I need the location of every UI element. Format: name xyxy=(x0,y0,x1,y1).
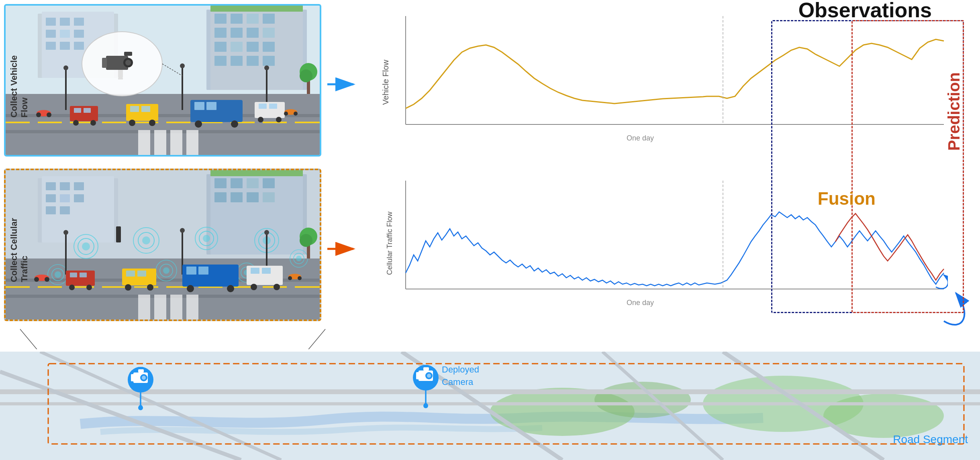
svg-point-189 xyxy=(34,277,39,282)
svg-rect-11 xyxy=(60,18,70,26)
svg-rect-180 xyxy=(262,268,271,274)
svg-rect-27 xyxy=(231,28,243,38)
svg-point-186 xyxy=(69,285,75,290)
svg-point-77 xyxy=(90,120,96,126)
svg-rect-169 xyxy=(186,267,196,275)
svg-point-177 xyxy=(147,284,153,291)
svg-point-193 xyxy=(298,276,302,280)
svg-rect-230 xyxy=(138,369,144,372)
svg-rect-26 xyxy=(214,28,227,38)
svg-rect-107 xyxy=(74,194,84,202)
svg-rect-128 xyxy=(134,286,158,288)
one-day-label-bottom: One day xyxy=(627,299,654,307)
svg-rect-18 xyxy=(74,42,84,50)
svg-rect-17 xyxy=(60,42,70,50)
svg-point-240 xyxy=(423,403,428,408)
svg-rect-106 xyxy=(60,194,70,202)
cellular-scene-svg xyxy=(6,170,321,321)
svg-rect-41 xyxy=(6,122,30,123)
svg-rect-119 xyxy=(247,192,259,202)
svg-point-81 xyxy=(258,117,263,122)
svg-rect-49 xyxy=(263,122,287,123)
svg-rect-52 xyxy=(154,130,166,157)
vehicle-flow-chart: Vehicle Flow One day xyxy=(361,8,956,157)
svg-point-76 xyxy=(73,120,79,126)
svg-point-196 xyxy=(300,234,312,247)
svg-rect-174 xyxy=(126,271,135,277)
svg-rect-118 xyxy=(231,192,243,202)
svg-rect-10 xyxy=(46,18,56,26)
svg-rect-113 xyxy=(214,178,227,188)
svg-rect-94 xyxy=(102,58,107,68)
svg-rect-137 xyxy=(186,295,198,321)
svg-point-232 xyxy=(138,405,143,410)
svg-rect-227 xyxy=(131,374,135,381)
svg-rect-135 xyxy=(154,295,166,321)
svg-rect-105 xyxy=(46,194,56,202)
svg-rect-32 xyxy=(247,42,259,52)
svg-point-60 xyxy=(264,65,269,70)
svg-rect-104 xyxy=(74,182,84,190)
svg-rect-134 xyxy=(138,295,150,321)
svg-point-172 xyxy=(227,285,234,292)
svg-rect-108 xyxy=(46,206,56,214)
prediction-label: Prediction xyxy=(945,72,963,151)
map-svg: 📷 📷 xyxy=(0,352,980,460)
svg-rect-46 xyxy=(166,122,190,123)
svg-point-237 xyxy=(427,374,431,378)
svg-rect-235 xyxy=(416,372,420,379)
svg-point-192 xyxy=(288,276,292,280)
svg-rect-28 xyxy=(247,28,259,38)
svg-rect-125 xyxy=(38,286,62,288)
svg-rect-37 xyxy=(263,56,275,66)
svg-rect-70 xyxy=(141,106,150,112)
svg-point-56 xyxy=(63,65,68,70)
svg-point-176 xyxy=(125,284,131,291)
one-day-label-top: One day xyxy=(627,134,654,142)
svg-rect-31 xyxy=(231,42,243,52)
svg-rect-179 xyxy=(251,268,259,274)
svg-rect-103 xyxy=(60,182,70,190)
svg-point-155 xyxy=(163,267,169,274)
svg-rect-97 xyxy=(124,52,132,56)
svg-point-91 xyxy=(300,69,312,82)
svg-rect-79 xyxy=(259,104,267,109)
svg-point-87 xyxy=(284,112,288,116)
svg-point-71 xyxy=(129,120,135,126)
svg-rect-112 xyxy=(210,170,303,176)
svg-rect-136 xyxy=(170,295,182,321)
svg-point-187 xyxy=(86,285,92,290)
svg-rect-51 xyxy=(138,130,150,157)
svg-rect-64 xyxy=(194,102,204,110)
svg-rect-115 xyxy=(247,178,259,188)
svg-rect-65 xyxy=(206,102,216,110)
collect-cellular-label: Collect Cellular Traffic xyxy=(9,208,30,282)
deployed-camera-label: DeployedCamera xyxy=(442,364,479,389)
svg-rect-22 xyxy=(214,14,227,24)
svg-point-72 xyxy=(149,120,155,126)
svg-rect-23 xyxy=(231,14,243,24)
svg-rect-238 xyxy=(423,367,429,370)
svg-rect-42 xyxy=(38,122,62,123)
scene-vehicle: Collect Vehicle Flow xyxy=(4,4,321,157)
vehicle-flow-y-label: Vehicle Flow xyxy=(381,58,390,106)
road-segment-label: Road Segment xyxy=(893,433,968,446)
svg-rect-114 xyxy=(231,178,243,188)
svg-rect-133 xyxy=(295,286,321,288)
cellular-flow-y-label: Cellular Traffic Flow xyxy=(386,219,394,275)
svg-rect-102 xyxy=(46,182,56,190)
svg-rect-120 xyxy=(263,192,275,202)
svg-rect-69 xyxy=(130,106,139,112)
svg-rect-15 xyxy=(74,30,84,38)
svg-rect-25 xyxy=(263,14,275,24)
vehicle-chart-svg xyxy=(394,12,948,136)
svg-rect-33 xyxy=(263,42,275,52)
svg-point-182 xyxy=(274,284,280,290)
svg-rect-175 xyxy=(137,271,146,277)
svg-point-140 xyxy=(82,242,90,250)
svg-rect-50 xyxy=(295,122,321,123)
vehicle-scene-svg xyxy=(6,6,321,157)
svg-rect-185 xyxy=(80,273,87,277)
svg-point-82 xyxy=(276,117,282,122)
svg-point-190 xyxy=(45,277,49,282)
